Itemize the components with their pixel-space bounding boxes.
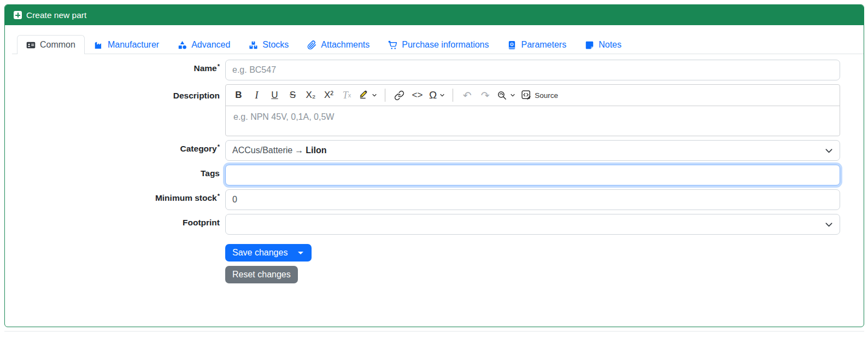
page-title: Create new part (26, 10, 86, 20)
shapes-icon (178, 40, 187, 50)
tab-label: Purchase informations (402, 40, 489, 50)
strikethrough-button[interactable]: S (284, 87, 301, 103)
editor-toolbar: B I U S X₂ X² Tx (226, 85, 840, 106)
category-label: Category* (180, 144, 220, 153)
reset-changes-button[interactable]: Reset changes (225, 266, 298, 283)
footprint-row: Footprint (12, 214, 864, 235)
highlight-marker-icon (359, 89, 369, 102)
toolbar-separator (385, 89, 385, 102)
highlight-button[interactable] (356, 87, 379, 103)
category-child: LiIon (306, 146, 326, 155)
tab-label: Notes (599, 40, 621, 50)
tab-label: Advanced (191, 40, 230, 50)
description-row: Description B I U S X₂ X² Tx (12, 84, 864, 136)
source-code-icon (521, 90, 532, 101)
arrow: → (295, 146, 303, 155)
minimum-stock-row: Minimum stock* (12, 189, 864, 210)
name-label: Name* (194, 63, 220, 73)
category-parent: ACCus/Batterie (232, 146, 292, 155)
tab-attachments[interactable]: Attachments (298, 35, 379, 54)
paperclip-icon (307, 40, 316, 50)
code-button[interactable]: <> (409, 87, 426, 103)
caret-down-icon (298, 252, 303, 254)
tab-parameters[interactable]: Parameters (498, 35, 576, 54)
link-icon (394, 90, 404, 101)
category-select[interactable]: ACCus/Batterie→LiIon (225, 140, 840, 161)
save-row: Save changes (12, 244, 864, 262)
name-input[interactable] (225, 60, 840, 80)
description-editor: B I U S X₂ X² Tx (225, 84, 840, 136)
toolbar-separator (453, 89, 453, 102)
chevron-down-icon (510, 92, 515, 98)
book-icon (507, 40, 517, 50)
id-card-icon (26, 40, 36, 50)
tab-manufacturer[interactable]: Manufacturer (85, 35, 168, 54)
required-asterisk: * (218, 63, 220, 69)
tab-stocks[interactable]: Stocks (239, 35, 298, 54)
superscript-button[interactable]: X² (320, 87, 337, 103)
chevron-down-icon (439, 92, 445, 98)
sticky-note-icon (585, 40, 594, 50)
chevron-down-icon (372, 92, 377, 98)
tab-label: Common (40, 40, 75, 50)
minimum-stock-label: Minimum stock* (155, 193, 220, 202)
description-placeholder: e.g. NPN 45V, 0,1A, 0,5W (233, 112, 334, 121)
italic-button[interactable]: I (248, 87, 265, 103)
boxes-icon (249, 40, 258, 50)
find-replace-button[interactable] (495, 87, 518, 103)
link-button[interactable] (391, 87, 408, 103)
tab-notes[interactable]: Notes (576, 35, 631, 54)
source-label: Source (535, 91, 558, 100)
underline-button[interactable]: U (266, 87, 283, 103)
redo-button[interactable]: ↷ (477, 87, 494, 103)
tags-row: Tags (12, 165, 864, 185)
plus-square-icon (14, 11, 22, 19)
tab-label: Parameters (521, 40, 566, 50)
source-button[interactable]: Source (519, 87, 560, 103)
description-textarea[interactable]: e.g. NPN 45V, 0,1A, 0,5W (226, 106, 840, 136)
card-header: Create new part (5, 5, 864, 25)
tab-advanced[interactable]: Advanced (168, 35, 239, 54)
chevron-down-icon (825, 220, 833, 229)
omega-icon: Ω (429, 89, 437, 101)
divider (4, 331, 864, 332)
tab-label: Stocks (262, 40, 289, 50)
required-asterisk: * (218, 193, 220, 199)
tab-common[interactable]: Common (17, 35, 85, 54)
minimum-stock-input[interactable] (225, 189, 840, 210)
footprint-select[interactable] (225, 214, 840, 235)
remove-format-button[interactable]: Tx (338, 87, 355, 103)
footprint-label: Footprint (183, 218, 220, 227)
required-asterisk: * (218, 143, 220, 150)
subscript-button[interactable]: X₂ (302, 87, 319, 103)
special-characters-button[interactable]: Ω (427, 87, 447, 103)
save-changes-button[interactable]: Save changes (225, 244, 312, 262)
tab-bar: Common Manufacturer Advanced (12, 35, 864, 54)
category-row: Category* ACCus/Batterie→LiIon (12, 140, 864, 161)
page: Create new part Common Manufacturer (0, 0, 868, 332)
card-body: Common Manufacturer Advanced (5, 25, 864, 283)
shopping-cart-icon (388, 40, 397, 50)
bold-button[interactable]: B (230, 87, 247, 103)
name-row: Name* (12, 60, 864, 80)
tags-input[interactable] (225, 165, 840, 185)
reset-row: Reset changes (12, 266, 864, 283)
tab-label: Attachments (321, 40, 370, 50)
tags-label: Tags (201, 168, 220, 178)
tab-label: Manufacturer (108, 40, 159, 50)
chevron-down-icon (825, 147, 833, 155)
undo-button[interactable]: ↶ (459, 87, 476, 103)
common-tab-panel: Name* Description B I U (12, 54, 864, 283)
factory-icon (94, 40, 103, 50)
tab-purchase-informations[interactable]: Purchase informations (379, 35, 498, 54)
create-part-card: Create new part Common Manufacturer (4, 4, 864, 327)
find-replace-icon (497, 90, 507, 101)
description-label: Description (173, 91, 220, 100)
